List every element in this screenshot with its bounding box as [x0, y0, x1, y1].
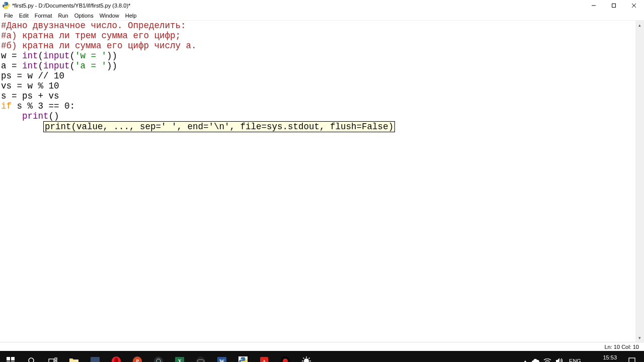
- code-builtin: int: [22, 51, 38, 61]
- svg-rect-4: [7, 357, 10, 360]
- close-button[interactable]: [624, 0, 644, 11]
- window-controls: [584, 0, 644, 11]
- start-button[interactable]: [0, 351, 21, 362]
- svg-rect-14: [91, 357, 100, 362]
- taskbar-app-1[interactable]: [85, 351, 106, 362]
- code-text: (: [70, 61, 75, 71]
- menu-run[interactable]: Run: [55, 12, 71, 19]
- code-text: s = ps + vs: [1, 91, 59, 101]
- tray-onedrive-icon[interactable]: [531, 358, 539, 362]
- task-view-button[interactable]: [42, 351, 63, 362]
- svg-rect-43: [629, 358, 635, 362]
- code-builtin: int: [22, 61, 38, 71]
- scroll-track[interactable]: [635, 29, 644, 333]
- code-builtin: input: [43, 61, 70, 71]
- svg-text:W: W: [219, 358, 224, 362]
- editor-area: #Дано двузначное число. Определить: #а) …: [0, 20, 644, 342]
- code-text: a =: [1, 61, 22, 71]
- svg-line-38: [303, 358, 304, 359]
- svg-rect-11: [55, 358, 57, 360]
- taskbar-acrobat[interactable]: A: [254, 351, 275, 362]
- maximize-button[interactable]: [604, 0, 624, 11]
- status-bar: Ln: 10 Col: 10: [0, 342, 644, 351]
- svg-point-8: [29, 358, 34, 362]
- tray-volume-icon[interactable]: [555, 357, 563, 362]
- menu-bar: File Edit Format Run Options Window Help: [0, 11, 644, 20]
- taskbar-record[interactable]: [275, 351, 296, 362]
- taskbar-idle[interactable]: [232, 351, 254, 362]
- minimize-button[interactable]: [584, 0, 604, 11]
- menu-options[interactable]: Options: [71, 12, 97, 19]
- tray-clock[interactable]: 15:53 30.05.2020: [587, 354, 619, 362]
- svg-line-41: [309, 358, 310, 359]
- tray-language[interactable]: ENG: [567, 358, 583, 362]
- menu-edit[interactable]: Edit: [16, 12, 32, 19]
- menu-format[interactable]: Format: [32, 12, 55, 19]
- svg-point-33: [304, 358, 309, 362]
- code-keyword: if: [1, 101, 12, 111]
- title-bar: *first5.py - D:/Documents/YB1/if/first5.…: [0, 0, 644, 11]
- code-text: (: [70, 51, 75, 61]
- taskbar-excel[interactable]: X: [169, 351, 190, 362]
- tray-time: 15:53: [589, 354, 617, 361]
- code-string: 'w = ': [75, 51, 107, 61]
- vertical-scrollbar[interactable]: ▴ ▾: [635, 21, 644, 342]
- tray-show-hidden-icon[interactable]: [523, 358, 527, 362]
- code-text: vs = w % 10: [1, 81, 59, 91]
- code-text: (): [49, 111, 59, 121]
- code-text: (: [38, 51, 44, 61]
- app-icon: [2, 2, 10, 10]
- code-builtin: input: [43, 51, 70, 61]
- scroll-down-arrow[interactable]: ▾: [635, 333, 644, 342]
- code-string: 'a = ': [75, 61, 107, 71]
- code-text: [1, 122, 43, 132]
- system-tray: ENG 15:53 30.05.2020: [520, 351, 644, 362]
- taskbar-app-3[interactable]: [190, 351, 211, 362]
- code-text: )): [107, 61, 117, 71]
- code-comment: #Дано двузначное число. Определить:: [1, 21, 186, 31]
- call-tip: print(value, ..., sep=' ', end='\n', fil…: [43, 121, 395, 132]
- taskbar: P X W A ENG 15:53 30.05.2020: [0, 351, 644, 362]
- svg-text:A: A: [263, 359, 266, 362]
- menu-file[interactable]: File: [1, 12, 16, 19]
- taskbar-file-explorer[interactable]: [63, 351, 85, 362]
- code-comment: #б) кратна ли сумма его цифр числу а.: [1, 41, 197, 51]
- code-text: w =: [1, 51, 22, 61]
- svg-text:P: P: [136, 358, 139, 362]
- window-title: *first5.py - D:/Documents/YB1/if/first5.…: [12, 3, 584, 9]
- taskbar-app-4[interactable]: [296, 351, 317, 362]
- tray-notifications-icon[interactable]: [623, 351, 641, 362]
- code-text: s % 3 == 0:: [12, 101, 75, 111]
- code-text: ps = w // 10: [1, 71, 64, 81]
- svg-rect-10: [49, 359, 54, 362]
- scroll-up-arrow[interactable]: ▴: [635, 21, 644, 29]
- menu-help[interactable]: Help: [122, 12, 140, 19]
- svg-rect-5: [11, 357, 15, 360]
- taskbar-powerpoint[interactable]: P: [127, 351, 148, 362]
- svg-text:X: X: [178, 358, 182, 362]
- code-editor[interactable]: #Дано двузначное число. Определить: #а) …: [1, 21, 635, 342]
- taskbar-opera[interactable]: [106, 351, 127, 362]
- tray-network-icon[interactable]: [543, 358, 551, 362]
- svg-rect-1: [612, 4, 616, 8]
- taskbar-app-2[interactable]: [148, 351, 169, 362]
- menu-window[interactable]: Window: [97, 12, 122, 19]
- code-text: )): [107, 51, 117, 61]
- cursor-position: Ln: 10 Col: 10: [605, 344, 639, 350]
- search-button[interactable]: [21, 351, 42, 362]
- code-builtin: print: [22, 111, 49, 121]
- code-text: [1, 111, 22, 121]
- code-comment: #а) кратна ли трем сумма его цифр;: [1, 31, 181, 41]
- taskbar-word[interactable]: W: [211, 351, 232, 362]
- code-text: (: [38, 61, 44, 71]
- svg-rect-13: [69, 360, 78, 362]
